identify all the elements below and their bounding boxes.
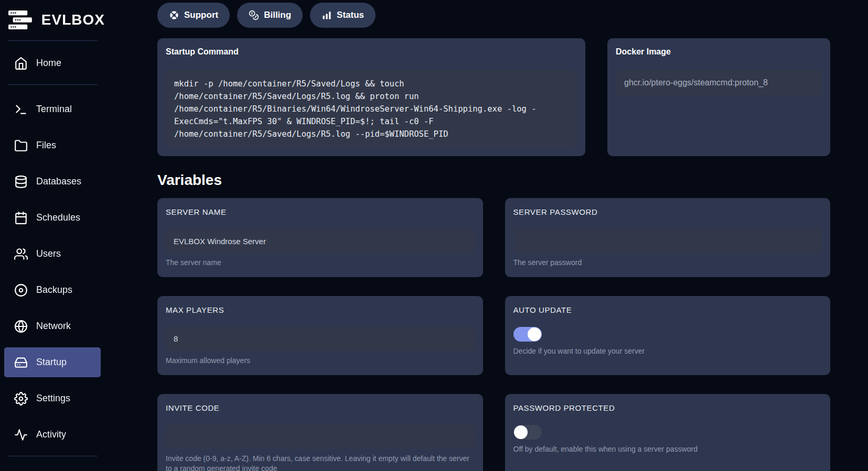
sidebar: EVLBOX Home Terminal Files Databases bbox=[0, 0, 105, 471]
sidebar-divider bbox=[7, 456, 98, 456]
sidebar-item-backups[interactable]: Backups bbox=[4, 275, 101, 305]
auto-update-help: Decide if you want to update your server bbox=[513, 346, 822, 356]
sidebar-item-label: Users bbox=[36, 248, 61, 259]
server-stack-icon bbox=[8, 9, 32, 31]
main-content: Support Billing Status Startup Command m… bbox=[105, 0, 868, 471]
support-button-label: Support bbox=[184, 10, 218, 20]
sidebar-divider bbox=[7, 84, 98, 85]
sidebar-item-activity[interactable]: Activity bbox=[4, 420, 101, 450]
server-password-help: The server password bbox=[513, 258, 822, 268]
sidebar-item-network[interactable]: Network bbox=[4, 311, 101, 341]
sidebar-item-label: Files bbox=[36, 140, 56, 151]
coins-icon bbox=[249, 10, 259, 20]
home-icon bbox=[14, 57, 28, 70]
sidebar-item-startup[interactable]: Startup bbox=[4, 347, 101, 377]
folder-icon bbox=[14, 139, 28, 152]
top-cards: Startup Command mkdir -p /home/container… bbox=[157, 38, 830, 156]
invite-code-card: INVITE CODE Invite code (0-9, a-z, A-Z).… bbox=[157, 394, 483, 471]
server-name-help: The server name bbox=[166, 258, 475, 268]
startup-command-card: Startup Command mkdir -p /home/container… bbox=[157, 38, 585, 156]
auto-update-card: AUTO UPDATE Decide if you want to update… bbox=[505, 296, 831, 375]
sidebar-divider bbox=[7, 40, 98, 41]
sidebar-nav: Terminal Files Databases Schedules Users bbox=[0, 94, 105, 450]
variables-heading: Variables bbox=[157, 172, 830, 189]
support-button[interactable]: Support bbox=[157, 3, 230, 28]
sidebar-item-databases[interactable]: Databases bbox=[4, 167, 101, 196]
max-players-card: MAX PLAYERS Maximum allowed players bbox=[157, 296, 483, 375]
sidebar-item-label: Startup bbox=[36, 357, 67, 368]
docker-image-card: Docker Image ghcr.io/ptero-eggs/steamcmd… bbox=[607, 38, 830, 156]
topbar: Support Billing Status bbox=[157, 3, 830, 28]
max-players-input[interactable] bbox=[166, 327, 475, 351]
sidebar-item-schedules[interactable]: Schedules bbox=[4, 203, 101, 233]
password-protected-help: Off by default, enable this when using a… bbox=[513, 444, 822, 454]
startup-command-code[interactable]: mkdir -p /home/container/R5/Saved/Logs &… bbox=[166, 70, 577, 148]
docker-image-value: ghcr.io/ptero-eggs/steamcmd:proton_8 bbox=[616, 70, 822, 95]
sidebar-item-label: Schedules bbox=[36, 212, 80, 223]
sidebar-item-files[interactable]: Files bbox=[4, 130, 101, 160]
activity-icon bbox=[14, 428, 28, 442]
globe-icon bbox=[14, 320, 28, 333]
sidebar-item-terminal[interactable]: Terminal bbox=[4, 94, 101, 124]
sidebar-item-settings[interactable]: Settings bbox=[4, 384, 101, 413]
toggle-knob bbox=[514, 425, 528, 439]
bar-chart-icon bbox=[322, 10, 332, 20]
users-icon bbox=[14, 247, 28, 261]
sidebar-item-label: Terminal bbox=[36, 104, 72, 115]
max-players-help: Maximum allowed players bbox=[166, 356, 475, 366]
status-button[interactable]: Status bbox=[310, 3, 376, 28]
sidebar-item-label: Settings bbox=[36, 393, 70, 404]
server-password-card: SERVER PASSWORD The server password bbox=[505, 198, 831, 277]
brand-logo-row[interactable]: EVLBOX bbox=[0, 0, 105, 40]
toggle-knob bbox=[528, 327, 541, 341]
server-password-input[interactable] bbox=[513, 229, 822, 253]
sidebar-item-label: Databases bbox=[36, 176, 81, 187]
billing-button-label: Billing bbox=[264, 10, 291, 20]
hard-drive-icon bbox=[14, 356, 28, 369]
startup-command-title: Startup Command bbox=[166, 47, 577, 57]
sidebar-item-label: Network bbox=[36, 321, 71, 332]
max-players-label: MAX PLAYERS bbox=[166, 305, 475, 314]
sidebar-item-label: Home bbox=[36, 58, 61, 69]
docker-image-title: Docker Image bbox=[616, 47, 822, 57]
password-protected-toggle[interactable] bbox=[513, 425, 542, 440]
calendar-icon bbox=[14, 211, 28, 225]
server-name-label: SERVER NAME bbox=[166, 207, 475, 216]
invite-code-label: INVITE CODE bbox=[166, 403, 475, 412]
brand-name: EVLBOX bbox=[41, 12, 105, 28]
password-protected-card: PASSWORD PROTECTED Off by default, enabl… bbox=[505, 394, 831, 471]
server-password-label: SERVER PASSWORD bbox=[513, 207, 822, 216]
password-protected-label: PASSWORD PROTECTED bbox=[513, 403, 822, 412]
disc-icon bbox=[14, 283, 28, 297]
sidebar-item-label: Backups bbox=[36, 284, 72, 295]
auto-update-toggle[interactable] bbox=[513, 327, 542, 342]
server-name-card: SERVER NAME The server name bbox=[157, 198, 483, 277]
billing-button[interactable]: Billing bbox=[237, 3, 303, 28]
gear-icon bbox=[14, 392, 28, 406]
sidebar-item-label: Activity bbox=[36, 429, 66, 440]
invite-code-input[interactable] bbox=[166, 425, 475, 449]
database-icon bbox=[14, 175, 28, 189]
sidebar-item-users[interactable]: Users bbox=[4, 239, 101, 269]
life-buoy-icon bbox=[169, 10, 179, 20]
auto-update-label: AUTO UPDATE bbox=[513, 305, 822, 314]
server-name-input[interactable] bbox=[166, 229, 475, 253]
sidebar-item-home[interactable]: Home bbox=[4, 48, 101, 78]
status-button-label: Status bbox=[337, 10, 364, 20]
terminal-icon bbox=[14, 103, 28, 116]
invite-code-help: Invite code (0-9, a-z, A-Z). Min 6 chars… bbox=[166, 454, 475, 471]
variables-grid: SERVER NAME The server name SERVER PASSW… bbox=[157, 198, 830, 471]
